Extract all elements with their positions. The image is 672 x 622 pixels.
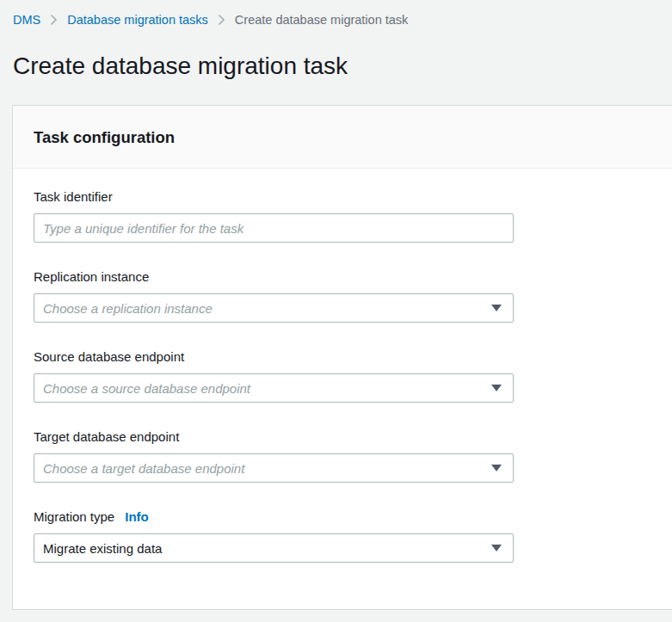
replication-instance-select-placeholder: Choose a replication instance (43, 301, 213, 316)
migration-type-info-link[interactable]: Info (125, 509, 149, 524)
caret-down-icon (491, 545, 502, 551)
caret-down-icon (491, 465, 502, 471)
panel-header: Task configuration (13, 106, 672, 169)
migration-type-select-value: Migrate existing data (43, 541, 162, 556)
replication-instance-field-group: Replication instance Choose a replicatio… (34, 268, 651, 323)
target-endpoint-select-placeholder: Choose a target database endpoint (43, 461, 244, 476)
chevron-right-icon (218, 14, 225, 26)
target-endpoint-select[interactable]: Choose a target database endpoint (34, 453, 514, 483)
replication-instance-label: Replication instance (34, 268, 149, 286)
breadcrumb-link-dms[interactable]: DMS (13, 11, 40, 28)
migration-type-field-group: Migration type Info Migrate existing dat… (34, 508, 651, 563)
panel-title: Task configuration (34, 126, 651, 148)
panel-body: Task identifier Replication instance Cho… (13, 169, 672, 563)
task-identifier-input[interactable] (34, 213, 514, 243)
chevron-right-icon (50, 14, 58, 26)
source-endpoint-label: Source database endpoint (34, 348, 184, 366)
source-endpoint-select[interactable]: Choose a source database endpoint (34, 373, 514, 403)
task-identifier-label: Task identifier (34, 188, 113, 206)
migration-type-label: Migration type (34, 508, 114, 526)
target-endpoint-field-group: Target database endpoint Choose a target… (34, 428, 651, 483)
migration-type-select[interactable]: Migrate existing data (34, 533, 514, 563)
caret-down-icon (491, 305, 502, 311)
page-title: Create database migration task (13, 51, 672, 82)
task-identifier-field-group: Task identifier (34, 188, 651, 243)
replication-instance-select[interactable]: Choose a replication instance (34, 293, 514, 323)
source-endpoint-select-placeholder: Choose a source database endpoint (43, 381, 250, 396)
task-configuration-panel: Task configuration Task identifier Repli… (12, 105, 672, 610)
breadcrumb: DMS Database migration tasks Create data… (0, 0, 672, 28)
breadcrumb-link-database-migration-tasks[interactable]: Database migration tasks (67, 11, 208, 28)
source-endpoint-field-group: Source database endpoint Choose a source… (34, 348, 651, 403)
breadcrumb-current-page: Create database migration task (235, 11, 409, 28)
target-endpoint-label: Target database endpoint (34, 428, 179, 446)
caret-down-icon (491, 385, 502, 391)
